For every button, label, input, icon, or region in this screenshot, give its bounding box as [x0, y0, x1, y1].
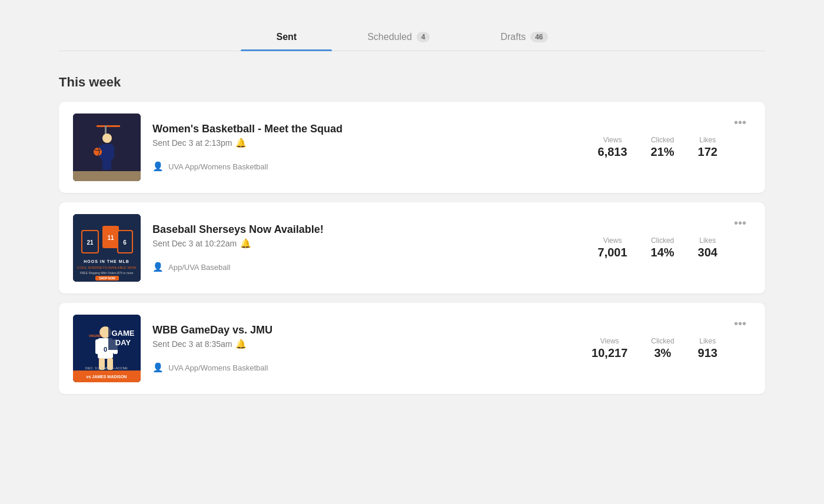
tab-drafts-badge: 46 — [530, 32, 547, 42]
svg-text:VIRGINIA: VIRGINIA — [89, 334, 102, 338]
stat-likes-label-3: Likes — [699, 337, 716, 345]
tab-sent[interactable]: Sent — [241, 24, 332, 51]
card-baseball: 21 11 6 HOOS IN THE MLB COOL SHERSEYS AV… — [59, 202, 765, 293]
stat-clicked-label-3: Clicked — [651, 337, 674, 345]
person-icon-3: 👤 — [152, 362, 164, 373]
thumbnail-womens-basketball — [73, 114, 141, 181]
bell-icon-1: 🔔 — [235, 138, 247, 148]
stat-views-2: Views 7,001 — [598, 236, 627, 259]
stat-clicked-value-3: 3% — [654, 346, 671, 360]
stat-clicked-value-2: 14% — [651, 246, 675, 259]
card-channel-2: App/UVA Baseball — [168, 263, 230, 272]
stat-views-value-1: 6,813 — [598, 145, 627, 159]
svg-text:HOOS IN THE MLB: HOOS IN THE MLB — [84, 259, 129, 263]
stat-clicked-label-1: Clicked — [651, 136, 674, 144]
stat-likes-1: Likes 172 — [698, 136, 717, 159]
thumbnail-gameday: 0 VIRGINIA GAME DAY vs JAMES MADISON DEC… — [73, 315, 141, 382]
stat-views-value-2: 7,001 — [598, 246, 627, 259]
svg-text:11: 11 — [107, 235, 114, 241]
svg-text:6: 6 — [123, 239, 127, 246]
card-more-button-3[interactable]: ••• — [729, 315, 751, 333]
card-title-baseball: Baseball Sherseys Now Available! — [152, 223, 586, 236]
tab-drafts[interactable]: Drafts 46 — [465, 24, 583, 51]
svg-text:COOL SHERSEYS AVAILABLE NOW: COOL SHERSEYS AVAILABLE NOW — [77, 266, 137, 269]
stat-clicked-2: Clicked 14% — [651, 236, 675, 259]
bell-icon-2: 🔔 — [240, 238, 251, 249]
svg-rect-8 — [102, 159, 107, 170]
svg-rect-7 — [109, 145, 114, 158]
card-body-gameday: WBB GameDay vs. JMU Sent Dec 3 at 8:35am… — [152, 324, 580, 373]
svg-rect-2 — [97, 125, 120, 127]
stat-clicked-3: Clicked 3% — [651, 337, 674, 360]
card-womens-basketball: Women's Basketball - Meet the Squad Sent… — [59, 102, 765, 193]
tab-drafts-label: Drafts — [500, 32, 526, 42]
svg-rect-11 — [73, 171, 141, 181]
card-more-button-2[interactable]: ••• — [729, 214, 751, 232]
svg-text:GAME: GAME — [112, 329, 135, 338]
card-title-womens-basketball: Women's Basketball - Meet the Squad — [152, 123, 586, 135]
stat-views-label-3: Views — [600, 337, 619, 345]
svg-text:21: 21 — [87, 239, 94, 246]
svg-text:FREE Shipping With Orders $75 : FREE Shipping With Orders $75 or more — [80, 271, 134, 275]
bell-icon-3: 🔔 — [235, 339, 247, 349]
svg-rect-29 — [95, 339, 100, 354]
svg-text:DEC. 3 | 7PM ET • ACCNE: DEC. 3 | 7PM ET • ACCNE — [85, 366, 128, 370]
card-sent-time-2: Sent Dec 3 at 10:22am 🔔 — [152, 238, 586, 249]
card-sent-time-3: Sent Dec 3 at 8:35am 🔔 — [152, 339, 580, 349]
svg-point-4 — [102, 133, 112, 143]
stat-clicked-label-2: Clicked — [651, 236, 674, 245]
card-channel-3: UVA App/Womens Basketball — [168, 363, 268, 372]
card-stats-1: Views 6,813 Clicked 21% Likes 172 — [598, 136, 717, 159]
stat-likes-3: Likes 913 — [698, 337, 717, 360]
svg-point-10 — [94, 148, 102, 156]
tab-scheduled-badge: 4 — [417, 32, 430, 42]
card-body-womens-basketball: Women's Basketball - Meet the Squad Sent… — [152, 123, 586, 172]
stat-views-value-3: 10,217 — [592, 346, 627, 360]
tab-sent-label: Sent — [276, 32, 297, 42]
card-sent-time-1: Sent Dec 3 at 2:13pm 🔔 — [152, 138, 586, 148]
stat-clicked-value-1: 21% — [651, 145, 675, 159]
stat-views-1: Views 6,813 — [598, 136, 627, 159]
stat-likes-label-2: Likes — [699, 236, 716, 245]
tab-scheduled[interactable]: Scheduled 4 — [332, 24, 465, 51]
svg-text:0: 0 — [104, 346, 107, 353]
card-stats-2: Views 7,001 Clicked 14% Likes 304 — [598, 236, 717, 259]
card-meta-3: 👤 UVA App/Womens Basketball — [152, 362, 580, 373]
card-title-gameday: WBB GameDay vs. JMU — [152, 324, 580, 336]
card-stats-3: Views 10,217 Clicked 3% Likes 913 — [592, 337, 717, 360]
card-body-baseball: Baseball Sherseys Now Available! Sent De… — [152, 223, 586, 272]
stat-clicked-1: Clicked 21% — [651, 136, 675, 159]
person-icon-1: 👤 — [152, 161, 164, 172]
stat-likes-value-3: 913 — [698, 346, 717, 360]
card-meta-2: 👤 App/UVA Baseball — [152, 262, 586, 272]
tab-scheduled-label: Scheduled — [367, 32, 412, 42]
page-container: Sent Scheduled 4 Drafts 46 This week — [0, 0, 824, 427]
card-gameday: 0 VIRGINIA GAME DAY vs JAMES MADISON DEC… — [59, 303, 765, 394]
card-more-button-1[interactable]: ••• — [729, 114, 751, 132]
stat-likes-value-2: 304 — [698, 246, 717, 259]
thumbnail-baseball: 21 11 6 HOOS IN THE MLB COOL SHERSEYS AV… — [73, 214, 141, 282]
tabs-bar: Sent Scheduled 4 Drafts 46 — [59, 24, 765, 51]
card-meta-1: 👤 UVA App/Womens Basketball — [152, 161, 586, 172]
stat-likes-value-1: 172 — [698, 145, 717, 159]
stat-views-label-1: Views — [603, 136, 622, 144]
person-icon-2: 👤 — [152, 262, 164, 272]
section-title: This week — [59, 75, 765, 90]
card-channel-1: UVA App/Womens Basketball — [168, 162, 268, 171]
stat-likes-2: Likes 304 — [698, 236, 717, 259]
stat-views-label-2: Views — [603, 236, 622, 245]
stat-views-3: Views 10,217 — [592, 337, 627, 360]
svg-text:SHOP NOW: SHOP NOW — [99, 276, 115, 280]
svg-text:DAY: DAY — [115, 338, 131, 347]
svg-rect-9 — [107, 159, 111, 170]
stat-likes-label-1: Likes — [699, 136, 716, 144]
svg-text:vs JAMES MADISON: vs JAMES MADISON — [87, 375, 127, 379]
